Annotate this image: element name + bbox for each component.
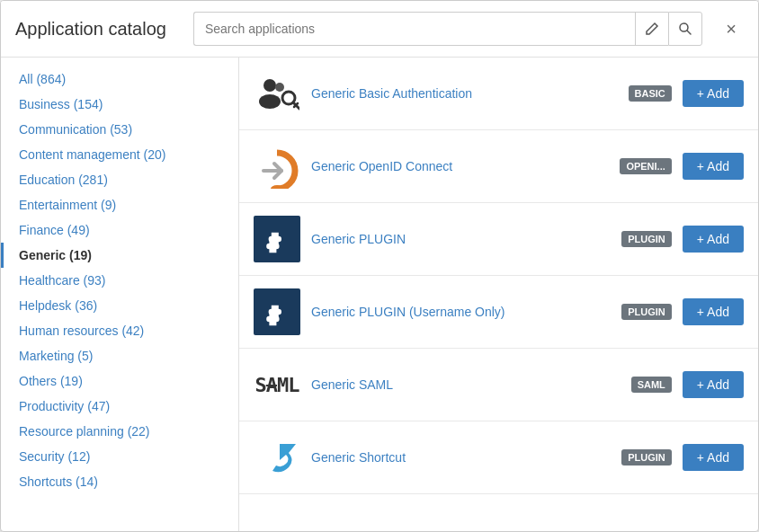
svg-point-3 — [275, 83, 284, 92]
plugin-icon-bg — [254, 216, 300, 262]
svg-point-4 — [259, 94, 281, 109]
sidebar-item-resource-planning[interactable]: Resource planning (22) — [1, 419, 238, 444]
app-name: Generic Shortcut — [311, 450, 611, 465]
app-name: Generic PLUGIN — [311, 232, 611, 246]
app-icon-generic-shortcut — [254, 434, 300, 481]
search-input[interactable] — [193, 12, 635, 46]
modal-body: All (864)Business (154)Communication (53… — [1, 58, 758, 531]
add-app-button[interactable]: + Add — [683, 153, 744, 180]
sidebar-item-finance[interactable]: Finance (49) — [1, 217, 238, 243]
app-icon-generic-basic-auth — [254, 70, 300, 117]
app-badge: PLUGIN — [621, 304, 672, 320]
app-row: Generic PLUGINPLUGIN+ Add — [239, 203, 758, 276]
app-icon-generic-plugin — [254, 216, 300, 262]
sidebar-item-entertainment[interactable]: Entertainment (9) — [1, 192, 238, 217]
app-row: Generic Basic AuthenticationBASIC+ Add — [239, 58, 758, 130]
app-row: Generic PLUGIN (Username Only)PLUGIN+ Ad… — [239, 276, 758, 349]
app-badge: BASIC — [629, 85, 672, 102]
app-row: Generic OpenID ConnectOPENI...+ Add — [239, 130, 758, 203]
app-name: Generic SAML — [311, 377, 621, 392]
application-catalog-modal: Application catalog × All (864)Business … — [0, 0, 759, 532]
sidebar-item-healthcare[interactable]: Healthcare (93) — [1, 268, 238, 293]
app-icon-generic-openid — [254, 143, 300, 190]
sidebar-item-shortcuts[interactable]: Shortcuts (14) — [1, 469, 238, 494]
sidebar-item-helpdesk[interactable]: Helpdesk (36) — [1, 293, 238, 318]
plugin-icon-bg — [254, 288, 300, 335]
sidebar: All (864)Business (154)Communication (53… — [1, 58, 239, 531]
app-row: SAMLGeneric SAMLSAML+ Add — [239, 349, 758, 421]
app-badge: OPENI... — [620, 158, 671, 174]
close-button[interactable]: × — [719, 15, 744, 43]
sidebar-item-content-management[interactable]: Content management (20) — [1, 142, 238, 167]
app-badge: PLUGIN — [621, 231, 672, 247]
saml-logo: SAML — [255, 374, 299, 396]
app-name: Generic PLUGIN (Username Only) — [311, 305, 611, 319]
edit-search-button[interactable] — [635, 12, 668, 46]
app-icon-generic-saml: SAML — [254, 361, 300, 408]
app-row: Generic ShortcutPLUGIN+ Add — [239, 421, 758, 494]
add-app-button[interactable]: + Add — [683, 80, 744, 107]
app-list: Generic Basic AuthenticationBASIC+ Add G… — [239, 58, 758, 531]
sidebar-item-education[interactable]: Education (281) — [1, 167, 238, 192]
search-icon — [678, 22, 692, 36]
sidebar-item-communication[interactable]: Communication (53) — [1, 117, 238, 142]
svg-line-1 — [687, 31, 691, 34]
app-badge: PLUGIN — [621, 449, 672, 466]
app-name: Generic Basic Authentication — [311, 86, 618, 101]
add-app-button[interactable]: + Add — [683, 371, 744, 398]
sidebar-item-marketing[interactable]: Marketing (5) — [1, 343, 238, 368]
add-app-button[interactable]: + Add — [683, 444, 744, 471]
pencil-icon — [645, 22, 659, 36]
svg-point-2 — [263, 79, 276, 92]
sidebar-item-business[interactable]: Business (154) — [1, 92, 238, 117]
app-icon-generic-plugin-username — [254, 288, 300, 335]
sidebar-item-human-resources[interactable]: Human resources (42) — [1, 318, 238, 343]
svg-line-8 — [294, 105, 296, 107]
search-area — [193, 12, 702, 46]
add-app-button[interactable]: + Add — [683, 226, 744, 253]
add-app-button[interactable]: + Add — [683, 298, 744, 325]
sidebar-item-productivity[interactable]: Productivity (47) — [1, 394, 238, 419]
modal-title: Application catalog — [15, 19, 166, 40]
sidebar-item-others[interactable]: Others (19) — [1, 368, 238, 394]
sidebar-item-generic[interactable]: Generic (19) — [1, 243, 238, 268]
search-button[interactable] — [668, 12, 702, 46]
modal-header: Application catalog × — [1, 1, 758, 58]
app-name: Generic OpenID Connect — [311, 159, 609, 173]
sidebar-item-security[interactable]: Security (12) — [1, 444, 238, 469]
sidebar-item-all[interactable]: All (864) — [1, 66, 238, 92]
app-badge: SAML — [631, 377, 672, 393]
